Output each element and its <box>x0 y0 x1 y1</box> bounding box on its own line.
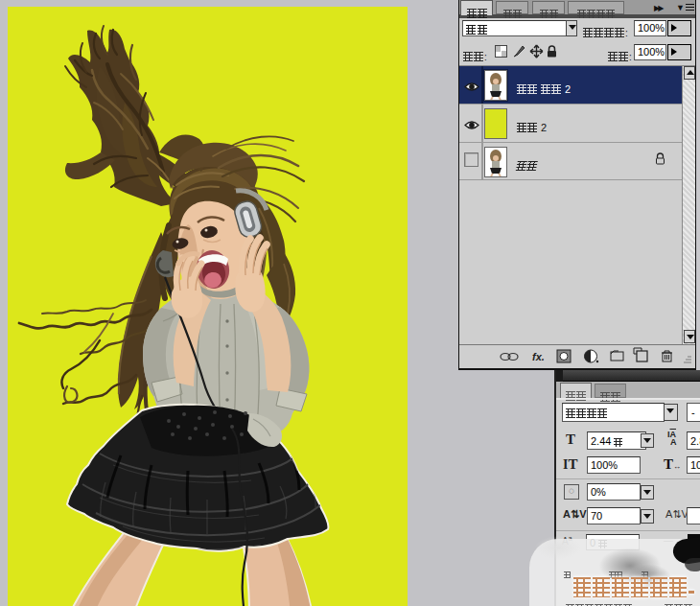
svg-text:fx.: fx. <box>532 351 545 362</box>
